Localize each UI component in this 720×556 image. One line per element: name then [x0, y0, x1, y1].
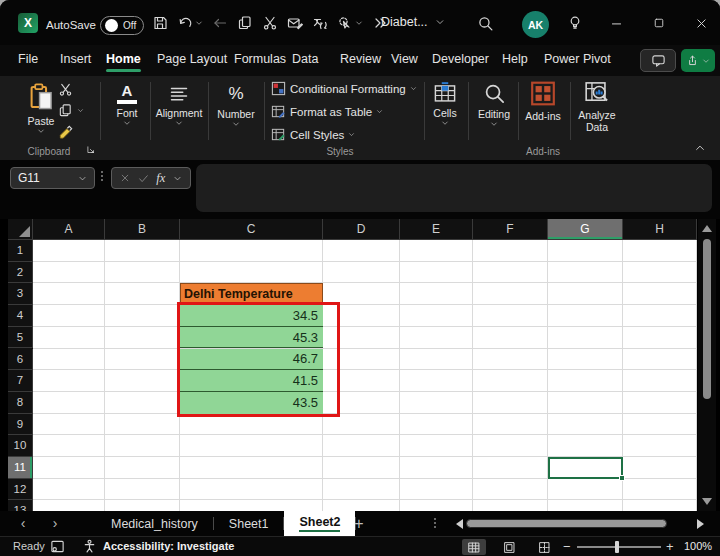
menu-tab-home[interactable]: Home — [106, 52, 141, 66]
qat-undo-button[interactable] — [177, 15, 203, 31]
qat-copy-button[interactable] — [237, 15, 253, 31]
sheet-options-menu[interactable] — [434, 518, 436, 528]
column-header-E[interactable]: E — [400, 219, 473, 240]
autosave-toggle[interactable]: Off — [100, 16, 144, 35]
scroll-down-icon[interactable] — [702, 498, 712, 505]
avatar[interactable]: AK — [522, 11, 549, 38]
select-all-corner[interactable] — [8, 219, 33, 240]
qat-mail-button[interactable] — [287, 15, 303, 31]
clipboard-dialog-launcher[interactable] — [86, 145, 96, 155]
horizontal-scroll-thumb[interactable] — [466, 519, 667, 528]
cell-styles-button[interactable]: Cell Styles — [271, 127, 355, 142]
formula-input[interactable] — [196, 164, 712, 212]
cut-button[interactable] — [58, 82, 73, 97]
zoom-level[interactable]: 100% — [684, 540, 712, 552]
vertical-scroll-thumb[interactable] — [703, 239, 711, 399]
menu-tab-power-pivot[interactable]: Power Pivot — [544, 52, 611, 66]
menu-tab-help[interactable]: Help — [502, 52, 528, 66]
column-header-G[interactable]: G — [548, 219, 623, 240]
menu-tab-view[interactable]: View — [391, 52, 418, 66]
hscroll-left-icon[interactable] — [456, 519, 463, 529]
row-header-1[interactable]: 1 — [8, 240, 33, 262]
column-header-C[interactable]: C — [180, 219, 323, 240]
macro-record-button[interactable] — [50, 539, 65, 554]
accessibility-status[interactable] — [82, 539, 97, 554]
next-sheet-button[interactable]: › — [46, 515, 64, 531]
menu-tab-insert[interactable]: Insert — [60, 52, 91, 66]
conditional-formatting-button[interactable]: Conditional Formatting — [271, 81, 417, 96]
normal-view-button[interactable] — [462, 539, 486, 555]
qat-touch-mode-button[interactable] — [337, 15, 363, 31]
menu-tab-formulas[interactable]: Formulas — [234, 52, 286, 66]
sheet-tab-sheet1[interactable]: Sheet1 — [214, 511, 284, 536]
qat-back-button[interactable] — [212, 15, 228, 31]
column-header-D[interactable]: D — [323, 219, 400, 240]
ideas-button[interactable] — [563, 12, 587, 34]
sheet-tab-medical_history[interactable]: Medical_history — [96, 511, 213, 536]
zoom-slider-track[interactable] — [577, 546, 661, 548]
analyze-data-button[interactable]: Analyze Data — [574, 80, 620, 133]
document-name[interactable]: Diabet... — [381, 15, 445, 29]
new-sheet-button[interactable]: + — [350, 515, 368, 533]
chevron-down-icon[interactable] — [173, 174, 182, 183]
maximize-button[interactable] — [647, 12, 671, 34]
prev-sheet-button[interactable]: ‹ — [14, 515, 32, 531]
close-button[interactable] — [689, 12, 713, 34]
row-header-3[interactable]: 3 — [8, 283, 33, 305]
cancel-entry-icon[interactable] — [120, 173, 130, 183]
number-menu-button[interactable]: % Number — [212, 83, 260, 128]
row-header-8[interactable]: 8 — [8, 392, 33, 414]
menu-tab-data[interactable]: Data — [292, 52, 318, 66]
menu-tab-page-layout[interactable]: Page Layout — [157, 52, 227, 66]
column-header-A[interactable]: A — [33, 219, 105, 240]
enter-entry-icon[interactable] — [138, 173, 149, 184]
sheet-tab-sheet2[interactable]: Sheet2 — [284, 511, 355, 536]
active-cell-G11[interactable] — [548, 457, 623, 479]
row-header-13[interactable]: 13 — [8, 500, 33, 511]
cells-area[interactable]: Delhi Temperature34.545.346.741.543.5 — [33, 240, 697, 511]
row-header-7[interactable]: 7 — [8, 370, 33, 392]
scroll-up-icon[interactable] — [702, 225, 712, 232]
column-header-F[interactable]: F — [473, 219, 548, 240]
editing-menu-button[interactable]: Editing — [472, 82, 516, 128]
share-button[interactable] — [681, 49, 715, 72]
cells-menu-button[interactable]: Cells — [426, 81, 464, 127]
menu-tab-developer[interactable]: Developer — [432, 52, 489, 66]
qat-save-button[interactable] — [152, 15, 168, 31]
zoom-out-button[interactable]: − — [563, 539, 571, 554]
search-button[interactable] — [473, 12, 497, 34]
row-header-10[interactable]: 10 — [8, 435, 33, 457]
addins-button[interactable]: Add-ins — [522, 80, 564, 122]
zoom-slider-handle[interactable] — [615, 541, 619, 553]
alignment-menu-button[interactable]: Alignment — [152, 84, 206, 127]
column-header-B[interactable]: B — [105, 219, 180, 240]
row-header-6[interactable]: 6 — [8, 349, 33, 371]
insert-function-icon[interactable]: fx — [156, 171, 165, 186]
row-header-4[interactable]: 4 — [8, 305, 33, 327]
vertical-scrollbar[interactable] — [698, 219, 716, 511]
row-header-12[interactable]: 12 — [8, 479, 33, 501]
zoom-in-button[interactable]: + — [666, 539, 674, 554]
column-header-H[interactable]: H — [623, 219, 697, 240]
paste-button[interactable]: Paste — [20, 82, 62, 135]
formula-bar-grip[interactable] — [101, 171, 103, 181]
format-as-table-button[interactable]: Format as Table — [271, 104, 383, 119]
format-painter-button[interactable] — [58, 124, 74, 139]
row-header-11[interactable]: 11 — [8, 457, 33, 479]
font-menu-button[interactable]: A Font — [106, 84, 148, 127]
excel-logo-icon[interactable]: X — [18, 13, 38, 33]
page-break-view-button[interactable] — [532, 539, 556, 555]
fill-handle[interactable] — [619, 475, 625, 481]
comments-button[interactable] — [640, 49, 676, 72]
copy-button[interactable] — [58, 103, 84, 118]
collapse-ribbon-button[interactable] — [694, 142, 706, 154]
menu-tab-file[interactable]: File — [18, 52, 38, 66]
minimize-button[interactable] — [604, 12, 628, 34]
row-header-5[interactable]: 5 — [8, 327, 33, 349]
page-layout-view-button[interactable] — [497, 539, 521, 555]
accessibility-text[interactable]: Accessibility: Investigate — [103, 540, 234, 552]
qat-translate-button[interactable] — [312, 15, 328, 31]
row-header-9[interactable]: 9 — [8, 414, 33, 436]
row-header-2[interactable]: 2 — [8, 262, 33, 284]
qat-cut-button[interactable] — [262, 15, 278, 31]
